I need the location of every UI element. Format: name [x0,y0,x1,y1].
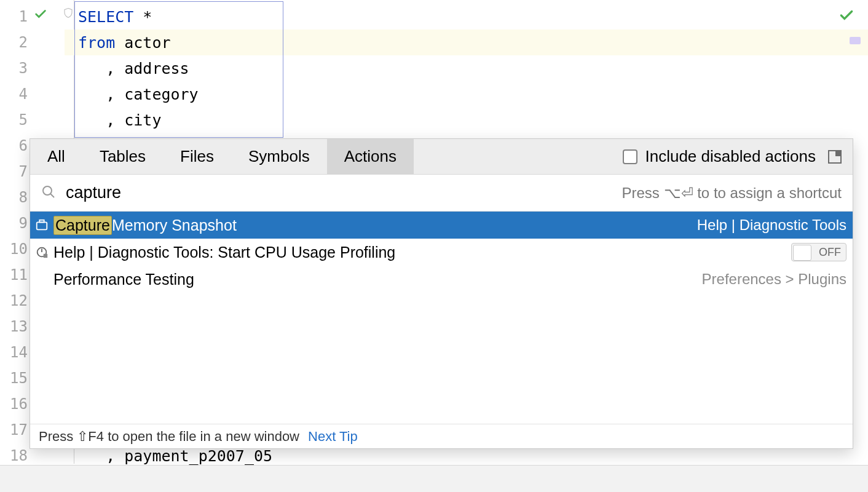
tab-actions[interactable]: Actions [327,139,414,174]
search-input[interactable] [66,183,622,202]
include-disabled-option[interactable]: Include disabled actions [623,139,853,174]
code-line[interactable]: SELECT * [65,4,868,30]
result-label: Performance Testing [53,271,194,288]
snapshot-icon [34,217,50,233]
status-bar [0,465,868,492]
open-in-window-icon[interactable] [828,150,842,164]
code-line[interactable]: , category [65,81,868,107]
tab-symbols[interactable]: Symbols [231,139,327,174]
run-check-icon[interactable] [34,7,47,23]
line-number: 2 [0,30,65,55]
line-number: 3 [0,55,65,81]
code-line[interactable]: , address [65,55,868,81]
result-label: Help | Diagnostic Tools: Start CPU Usage… [53,244,395,261]
code-line[interactable]: , city [65,107,868,133]
popup-search-row: Press ⌥⏎ to to assign a shortcut [30,175,853,212]
include-disabled-label: Include disabled actions [645,147,816,166]
line-number: 4 [0,81,65,107]
search-everywhere-popup: AllTablesFilesSymbolsActions Include dis… [30,138,853,449]
popup-tabs: AllTablesFilesSymbolsActions Include dis… [30,139,853,175]
popup-footer: Press ⇧F4 to open the file in a new wind… [30,424,853,448]
result-label: Capture Memory Snapshot [53,216,237,235]
line-number: 1 [0,4,65,30]
toggle-switch[interactable]: OFF [791,243,846,261]
svg-point-0 [43,186,52,195]
result-row[interactable]: Capture Memory SnapshotHelp | Diagnostic… [30,212,853,239]
result-location: Preferences > Plugins [702,271,846,288]
svg-rect-2 [37,222,47,229]
code-line[interactable]: from actor [65,30,868,55]
scrollbar-marker [850,37,861,44]
svg-rect-3 [39,220,44,223]
result-row[interactable]: Help | Diagnostic Tools: Start CPU Usage… [30,239,853,266]
next-tip-link[interactable]: Next Tip [308,429,358,445]
svg-line-1 [50,194,54,197]
footer-tip: Press ⇧F4 to open the file in a new wind… [39,429,299,445]
search-hint: Press ⌥⏎ to to assign a shortcut [622,184,842,202]
blank-icon [34,271,50,287]
cpu-icon [34,244,50,260]
tab-all[interactable]: All [30,139,82,174]
search-icon [41,184,56,202]
include-disabled-checkbox[interactable] [623,149,637,164]
svg-rect-5 [44,254,47,258]
tab-files[interactable]: Files [163,139,231,174]
result-row[interactable]: Performance TestingPreferences > Plugins [30,266,853,293]
results-list: Capture Memory SnapshotHelp | Diagnostic… [30,212,853,424]
tab-tables[interactable]: Tables [82,139,163,174]
inspection-ok-icon[interactable] [838,7,854,27]
line-number: 5 [0,107,65,133]
result-location: Help | Diagnostic Tools [697,216,846,234]
